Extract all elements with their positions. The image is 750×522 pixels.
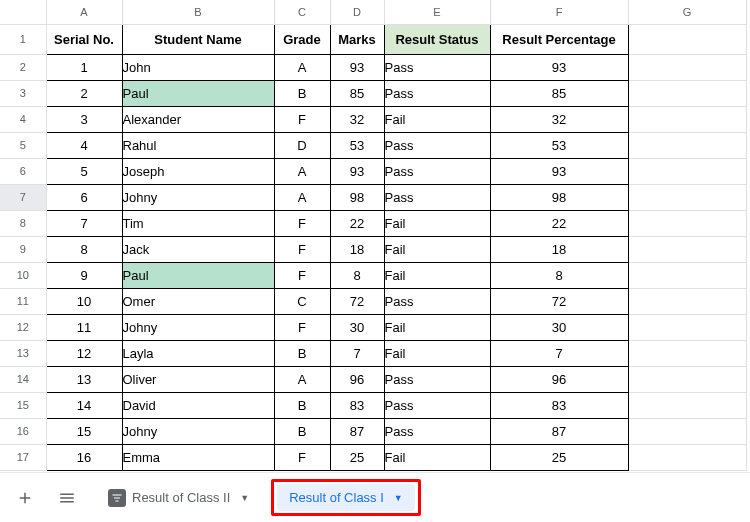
cell[interactable] bbox=[628, 158, 746, 184]
cell[interactable]: 85 bbox=[490, 80, 628, 106]
cell[interactable]: Fail bbox=[384, 314, 490, 340]
header-cell-marks[interactable]: Marks bbox=[330, 24, 384, 54]
cell[interactable]: 18 bbox=[330, 236, 384, 262]
cell[interactable]: Johny bbox=[122, 418, 274, 444]
cell[interactable]: 85 bbox=[330, 80, 384, 106]
cell[interactable]: Pass bbox=[384, 132, 490, 158]
cell[interactable] bbox=[628, 366, 746, 392]
cell[interactable]: Tim bbox=[122, 210, 274, 236]
row-header[interactable]: 1 bbox=[0, 24, 46, 54]
cell[interactable]: F bbox=[274, 210, 330, 236]
add-sheet-button[interactable] bbox=[12, 485, 38, 511]
cell[interactable]: 87 bbox=[490, 418, 628, 444]
cell[interactable] bbox=[628, 210, 746, 236]
cell[interactable]: Johny bbox=[122, 184, 274, 210]
cell[interactable]: 10 bbox=[46, 288, 122, 314]
cell[interactable]: 12 bbox=[46, 340, 122, 366]
cell[interactable]: 3 bbox=[46, 106, 122, 132]
cell[interactable]: F bbox=[274, 106, 330, 132]
spreadsheet-grid[interactable]: ABCDEFG1Serial No.Student NameGradeMarks… bbox=[0, 0, 750, 471]
cell[interactable]: Emma bbox=[122, 444, 274, 470]
cell[interactable]: 2 bbox=[46, 80, 122, 106]
cell[interactable] bbox=[628, 288, 746, 314]
cell[interactable]: 7 bbox=[330, 340, 384, 366]
cell[interactable]: Joseph bbox=[122, 158, 274, 184]
cell[interactable] bbox=[628, 340, 746, 366]
cell[interactable] bbox=[628, 106, 746, 132]
cell[interactable] bbox=[628, 80, 746, 106]
column-header-B[interactable]: B bbox=[122, 0, 274, 24]
cell[interactable]: Johny bbox=[122, 314, 274, 340]
cell[interactable]: 32 bbox=[330, 106, 384, 132]
header-cell-percent[interactable]: Result Percentage bbox=[490, 24, 628, 54]
cell[interactable]: 93 bbox=[330, 54, 384, 80]
row-header[interactable]: 14 bbox=[0, 366, 46, 392]
cell[interactable]: Pass bbox=[384, 80, 490, 106]
cell[interactable]: 11 bbox=[46, 314, 122, 340]
cell[interactable]: Pass bbox=[384, 288, 490, 314]
cell[interactable]: 8 bbox=[330, 262, 384, 288]
cell[interactable]: 53 bbox=[330, 132, 384, 158]
cell[interactable] bbox=[628, 236, 746, 262]
row-header[interactable]: 4 bbox=[0, 106, 46, 132]
cell[interactable]: Oliver bbox=[122, 366, 274, 392]
cell[interactable]: John bbox=[122, 54, 274, 80]
cell[interactable]: F bbox=[274, 262, 330, 288]
row-header[interactable]: 7 bbox=[0, 184, 46, 210]
cell[interactable]: 87 bbox=[330, 418, 384, 444]
cell[interactable]: B bbox=[274, 392, 330, 418]
cell[interactable]: 96 bbox=[490, 366, 628, 392]
cell[interactable]: A bbox=[274, 158, 330, 184]
header-cell-status[interactable]: Result Status bbox=[384, 24, 490, 54]
cell[interactable]: 30 bbox=[330, 314, 384, 340]
row-header[interactable]: 13 bbox=[0, 340, 46, 366]
cell[interactable] bbox=[628, 418, 746, 444]
cell[interactable] bbox=[628, 132, 746, 158]
row-header[interactable]: 2 bbox=[0, 54, 46, 80]
cell[interactable]: 93 bbox=[490, 158, 628, 184]
cell[interactable]: 14 bbox=[46, 392, 122, 418]
cell[interactable]: 16 bbox=[46, 444, 122, 470]
header-cell-student[interactable]: Student Name bbox=[122, 24, 274, 54]
cell[interactable]: Pass bbox=[384, 158, 490, 184]
cell[interactable]: B bbox=[274, 418, 330, 444]
select-all-corner[interactable] bbox=[0, 0, 46, 24]
cell[interactable]: 93 bbox=[330, 158, 384, 184]
cell[interactable]: Omer bbox=[122, 288, 274, 314]
cell[interactable]: F bbox=[274, 236, 330, 262]
row-header[interactable]: 9 bbox=[0, 236, 46, 262]
cell[interactable]: Fail bbox=[384, 444, 490, 470]
cell[interactable]: A bbox=[274, 54, 330, 80]
cell[interactable]: Fail bbox=[384, 262, 490, 288]
cell[interactable]: B bbox=[274, 340, 330, 366]
column-header-E[interactable]: E bbox=[384, 0, 490, 24]
cell[interactable]: 18 bbox=[490, 236, 628, 262]
header-cell-serial[interactable]: Serial No. bbox=[46, 24, 122, 54]
column-header-A[interactable]: A bbox=[46, 0, 122, 24]
cell[interactable]: Pass bbox=[384, 418, 490, 444]
cell[interactable] bbox=[628, 54, 746, 80]
cell[interactable]: 98 bbox=[490, 184, 628, 210]
row-header[interactable]: 3 bbox=[0, 80, 46, 106]
cell[interactable] bbox=[628, 24, 746, 54]
cell[interactable]: 25 bbox=[330, 444, 384, 470]
cell[interactable]: 93 bbox=[490, 54, 628, 80]
header-cell-grade[interactable]: Grade bbox=[274, 24, 330, 54]
cell[interactable] bbox=[628, 262, 746, 288]
cell[interactable]: 4 bbox=[46, 132, 122, 158]
cell[interactable] bbox=[628, 444, 746, 470]
cell[interactable]: 1 bbox=[46, 54, 122, 80]
cell[interactable]: 83 bbox=[330, 392, 384, 418]
cell[interactable] bbox=[628, 314, 746, 340]
cell[interactable]: Pass bbox=[384, 366, 490, 392]
cell[interactable]: 7 bbox=[46, 210, 122, 236]
cell[interactable]: Rahul bbox=[122, 132, 274, 158]
row-header[interactable]: 5 bbox=[0, 132, 46, 158]
row-header[interactable]: 16 bbox=[0, 418, 46, 444]
sheet-tab-result-class-2[interactable]: Result of Class II ▼ bbox=[96, 483, 261, 513]
row-header[interactable]: 17 bbox=[0, 444, 46, 470]
cell[interactable]: F bbox=[274, 314, 330, 340]
cell[interactable]: 83 bbox=[490, 392, 628, 418]
cell[interactable]: 32 bbox=[490, 106, 628, 132]
cell[interactable]: 7 bbox=[490, 340, 628, 366]
